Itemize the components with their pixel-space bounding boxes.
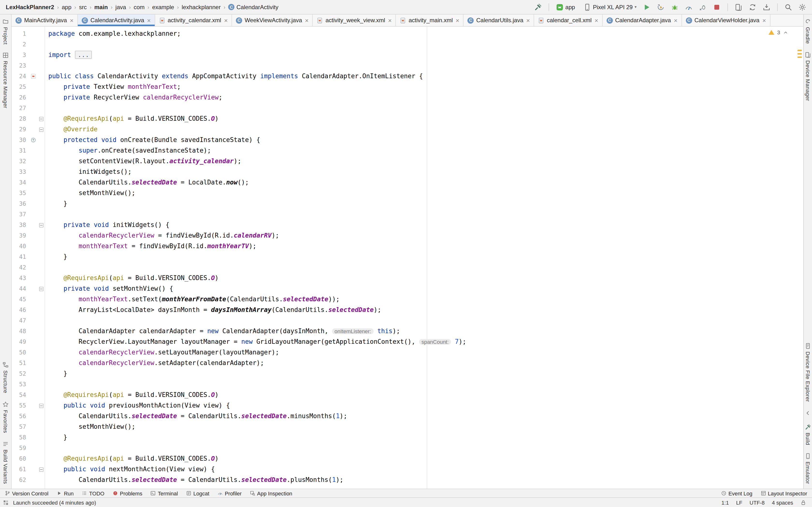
tool-stripe-chevron-collapse[interactable] bbox=[805, 410, 811, 416]
breadcrumb-item-com[interactable]: com bbox=[134, 4, 145, 10]
code-line-33[interactable]: 33 initWidgets(); bbox=[12, 167, 803, 177]
settings-button[interactable] bbox=[798, 2, 807, 12]
apply-changes-button[interactable] bbox=[656, 2, 666, 12]
close-tab-icon[interactable]: × bbox=[762, 17, 766, 23]
code-line-24[interactable]: 24public class CalendarActivity extends … bbox=[12, 71, 803, 81]
tool-window-button-app-inspection[interactable]: App Inspection bbox=[250, 490, 292, 496]
tool-window-button-todo[interactable]: TODO bbox=[82, 490, 104, 496]
close-tab-icon[interactable]: × bbox=[674, 17, 677, 23]
code-line-62[interactable]: 62 CalendarUtils.selectedDate = Calendar… bbox=[12, 475, 803, 485]
code-line-46[interactable]: 46 ArrayList<LocalDate> daysInMonth = da… bbox=[12, 305, 803, 315]
code-line-23[interactable]: 23 bbox=[12, 60, 803, 71]
tool-window-button-run[interactable]: Run bbox=[57, 490, 73, 496]
editor-tab-calendarutils-java[interactable]: CCalendarUtils.java× bbox=[464, 14, 534, 26]
device-manager-button[interactable] bbox=[734, 2, 743, 12]
editor-tab-calendaractivity-java[interactable]: CCalendarActivity.java× bbox=[78, 14, 155, 26]
fold-marker-icon[interactable] bbox=[38, 400, 45, 411]
code-line-1[interactable]: 1package com.example.lexhackplanner; bbox=[12, 29, 803, 39]
editor-tab-calendarviewholder-java[interactable]: CCalendarViewHolder.java× bbox=[682, 14, 770, 26]
breadcrumb-item-java[interactable]: java bbox=[115, 4, 126, 10]
code-line-61[interactable]: 61 public void nextMonthAction(View view… bbox=[12, 464, 803, 475]
fold-marker-icon[interactable] bbox=[38, 113, 45, 124]
attach-debugger-button[interactable] bbox=[698, 2, 708, 12]
editor-tab-calendar-cell-xml[interactable]: calendar_cell.xml× bbox=[534, 14, 603, 26]
tool-window-button-event-log[interactable]: Event Log bbox=[721, 490, 752, 496]
code-line-30[interactable]: 30 protected void onCreate(Bundle savedI… bbox=[12, 135, 803, 145]
code-line-41[interactable]: 41 } bbox=[12, 251, 803, 262]
editor-tab-calendaradapter-java[interactable]: CCalendarAdapter.java× bbox=[603, 14, 682, 26]
code-line-2[interactable]: 2 bbox=[12, 39, 803, 50]
close-tab-icon[interactable]: × bbox=[526, 17, 530, 23]
code-line-37[interactable]: 37 bbox=[12, 209, 803, 220]
code-line-27[interactable]: 27 bbox=[12, 103, 803, 113]
breadcrumb-item-lexhackplanner[interactable]: lexhackplanner bbox=[182, 4, 221, 10]
inspection-widget[interactable]: 3 bbox=[767, 29, 793, 36]
tool-stripe-emulator[interactable]: Emulator bbox=[805, 453, 811, 484]
close-tab-icon[interactable]: × bbox=[595, 17, 598, 23]
close-tab-icon[interactable]: × bbox=[388, 17, 392, 23]
code-line-39[interactable]: 39 calendarRecyclerView = findViewById(R… bbox=[12, 230, 803, 241]
stop-button[interactable] bbox=[712, 2, 722, 12]
tool-window-button-layout-inspector[interactable]: Layout Inspector bbox=[761, 490, 807, 496]
breadcrumb-item-example[interactable]: example bbox=[152, 4, 174, 10]
breadcrumb-item-src[interactable]: src bbox=[79, 4, 87, 10]
indent-indicator[interactable]: 4 spaces bbox=[772, 500, 793, 505]
code-line-3[interactable]: 3import ... bbox=[12, 50, 803, 60]
code-line-55[interactable]: 55 public void previousMonthAction(View … bbox=[12, 400, 803, 411]
sdk-manager-button[interactable] bbox=[762, 2, 771, 12]
code-line-40[interactable]: 40 monthYearText = findViewById(R.id.mon… bbox=[12, 241, 803, 251]
tool-window-button-profiler[interactable]: Profiler bbox=[217, 490, 242, 496]
fold-marker-icon[interactable] bbox=[38, 124, 45, 135]
code-line-51[interactable]: 51 calendarRecyclerView.setAdapter(calen… bbox=[12, 358, 803, 369]
breadcrumb-item-calendaractivity[interactable]: CCalendarActivity bbox=[229, 4, 278, 10]
close-tab-icon[interactable]: × bbox=[147, 17, 151, 23]
close-tab-icon[interactable]: × bbox=[456, 17, 459, 23]
fold-marker-icon[interactable] bbox=[38, 220, 45, 230]
sync-project-button[interactable] bbox=[748, 2, 757, 12]
tool-stripe-favorites[interactable]: Favorites bbox=[2, 401, 9, 433]
code-line-58[interactable]: 58 } bbox=[12, 432, 803, 443]
caret-position[interactable]: 1:1 bbox=[721, 500, 729, 505]
build-button[interactable] bbox=[533, 2, 543, 12]
code-line-54[interactable]: 54 @RequiresApi(api = Build.VERSION_CODE… bbox=[12, 390, 803, 400]
code-line-34[interactable]: 34 CalendarUtils.selectedDate = LocalDat… bbox=[12, 177, 803, 188]
lock-icon[interactable] bbox=[800, 500, 806, 505]
code-editor[interactable]: 1package com.example.lexhackplanner;23im… bbox=[12, 26, 803, 489]
code-line-29[interactable]: 29 @Override bbox=[12, 124, 803, 135]
code-line-44[interactable]: 44 private void setMonthView() { bbox=[12, 283, 803, 294]
line-separator-indicator[interactable]: LF bbox=[736, 500, 743, 505]
fold-marker-icon[interactable] bbox=[38, 464, 45, 475]
breadcrumb-item-main[interactable]: main bbox=[94, 4, 108, 10]
tool-stripe-project[interactable]: Project bbox=[2, 18, 9, 45]
close-tab-icon[interactable]: × bbox=[224, 17, 227, 23]
breadcrumb-item-lexhackplanner2[interactable]: LexHackPlanner2 bbox=[6, 4, 54, 10]
tool-stripe-resource-manager[interactable]: Resource Manager bbox=[2, 52, 9, 109]
window-switcher-icon[interactable] bbox=[3, 500, 9, 505]
chevron-up-icon[interactable] bbox=[783, 30, 788, 35]
debug-button[interactable] bbox=[670, 2, 679, 12]
tool-window-button-logcat[interactable]: Logcat bbox=[186, 490, 209, 496]
code-line-35[interactable]: 35 setMonthView(); bbox=[12, 188, 803, 199]
code-line-49[interactable]: 49 RecyclerView.LayoutManager layoutMana… bbox=[12, 337, 803, 347]
code-line-53[interactable]: 53 bbox=[12, 379, 803, 390]
profile-button[interactable] bbox=[684, 2, 694, 12]
code-line-36[interactable]: 36 } bbox=[12, 199, 803, 209]
close-tab-icon[interactable]: × bbox=[70, 17, 73, 23]
editor-tab-weekviewactivity-java[interactable]: CWeekViewActivity.java× bbox=[232, 14, 313, 26]
code-line-59[interactable]: 59 bbox=[12, 443, 803, 453]
tool-stripe-device-manager[interactable]: Device Manager bbox=[805, 52, 811, 101]
code-line-50[interactable]: 50 calendarRecyclerView.setLayoutManager… bbox=[12, 347, 803, 358]
editor-tab-mainactivity-java[interactable]: CMainActivity.java× bbox=[12, 14, 78, 26]
tool-stripe-device-file-explorer[interactable]: Device File Explorer bbox=[805, 343, 811, 402]
breadcrumb-item-app[interactable]: app bbox=[62, 4, 71, 10]
code-line-38[interactable]: 38 private void initWidgets() { bbox=[12, 220, 803, 230]
code-line-42[interactable]: 42 bbox=[12, 262, 803, 273]
code-line-56[interactable]: 56 CalendarUtils.selectedDate = Calendar… bbox=[12, 411, 803, 421]
run-config-selector[interactable]: app bbox=[555, 2, 578, 12]
code-line-28[interactable]: 28 @RequiresApi(api = Build.VERSION_CODE… bbox=[12, 113, 803, 124]
device-selector[interactable]: Pixel XL API 29▾ bbox=[582, 2, 638, 12]
search-everywhere-button[interactable] bbox=[783, 2, 793, 12]
code-line-31[interactable]: 31 super.onCreate(savedInstanceState); bbox=[12, 145, 803, 156]
tool-window-button-version-control[interactable]: Version Control bbox=[5, 490, 48, 496]
code-line-60[interactable]: 60 @RequiresApi(api = Build.VERSION_CODE… bbox=[12, 453, 803, 464]
